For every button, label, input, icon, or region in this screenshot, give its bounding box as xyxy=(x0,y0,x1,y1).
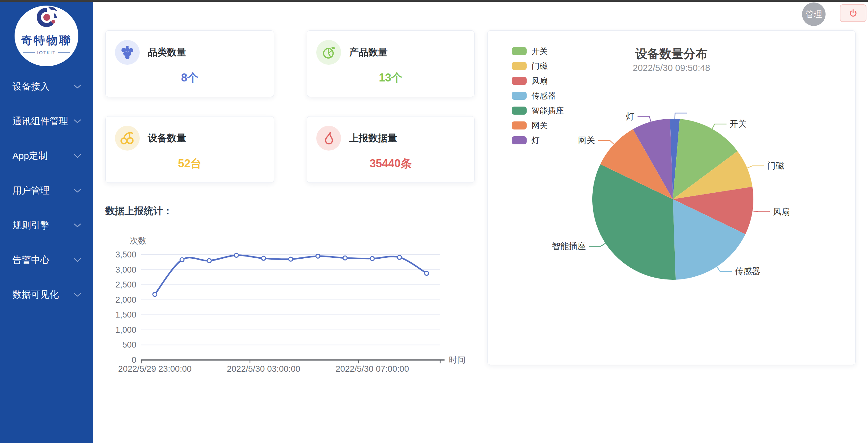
window-top-strip xyxy=(0,0,868,2)
sidebar-item-label: 用户管理 xyxy=(12,184,50,197)
logo-subtitle-row: IOTKIT xyxy=(23,50,70,55)
pie-slice-label: 智能插座 xyxy=(552,241,586,251)
sidebar-item-label: 告警中心 xyxy=(12,254,50,266)
sidebar-item-label: 数据可见化 xyxy=(12,288,59,301)
svg-text:2022/5/30 07:00:00: 2022/5/30 07:00:00 xyxy=(336,364,409,374)
svg-text:3,500: 3,500 xyxy=(115,250,136,259)
sidebar-item-label: 设备接入 xyxy=(12,80,50,93)
line-data-point xyxy=(207,259,211,263)
pie-slice-label: 门磁 xyxy=(767,161,784,170)
line-data-point xyxy=(398,255,401,259)
lemon-icon xyxy=(316,40,341,65)
pie-slice-label: 网关 xyxy=(578,135,595,145)
line-data-point xyxy=(261,256,266,260)
line-data-point xyxy=(370,256,374,260)
device-pie-chart: 开关门磁风扇传感器智能插座网关灯 xyxy=(488,31,856,365)
sidebar-item-4[interactable]: 规则引擎 xyxy=(0,208,93,243)
pear-icon xyxy=(316,126,341,151)
report-section-title: 数据上报统计： xyxy=(105,204,173,218)
stat-card-report-volume: 上报数据量 35440条 xyxy=(307,116,474,183)
line-data-point xyxy=(289,257,293,261)
chevron-down-icon xyxy=(73,153,82,159)
line-data-point xyxy=(425,272,429,276)
cherry-icon xyxy=(115,126,140,151)
power-icon xyxy=(848,9,858,18)
sidebar-item-3[interactable]: 用户管理 xyxy=(0,173,93,208)
logo-subtitle: IOTKIT xyxy=(37,50,56,55)
sidebar: 奇特物聯 IOTKIT 设备接入通讯组件管理App定制用户管理规则引擎告警中心数… xyxy=(0,0,93,443)
pie-slice-label: 开关 xyxy=(730,119,747,129)
stat-card-categories: 品类数量 8个 xyxy=(105,30,274,97)
svg-text:2,500: 2,500 xyxy=(115,280,136,289)
sidebar-item-label: 规则引擎 xyxy=(12,219,50,232)
svg-text:0: 0 xyxy=(132,355,136,365)
sidebar-item-label: 通讯组件管理 xyxy=(12,115,68,128)
line-data-point xyxy=(153,292,157,296)
chevron-down-icon xyxy=(73,223,82,228)
sidebar-item-2[interactable]: App定制 xyxy=(0,138,93,173)
pie-label-line xyxy=(747,166,764,168)
sidebar-item-label: App定制 xyxy=(12,150,48,162)
avatar-label: 管理 xyxy=(805,9,822,20)
logout-button[interactable] xyxy=(840,4,866,22)
line-data-point xyxy=(235,253,239,257)
svg-text:次数: 次数 xyxy=(130,236,147,245)
sidebar-item-1[interactable]: 通讯组件管理 xyxy=(0,104,93,138)
line-data-point xyxy=(343,256,347,260)
chevron-down-icon xyxy=(73,257,82,263)
pie-label-line xyxy=(712,124,726,129)
pie-label-line xyxy=(638,117,651,122)
stat-value: 8个 xyxy=(105,70,274,86)
svg-text:2022/5/29 23:00:00: 2022/5/29 23:00:00 xyxy=(118,364,191,374)
sidebar-item-0[interactable]: 设备接入 xyxy=(0,69,93,104)
stat-card-devices: 设备数量 52台 xyxy=(105,116,274,183)
svg-text:1,500: 1,500 xyxy=(115,310,136,319)
stat-label: 产品数量 xyxy=(349,46,388,59)
logo-mark-icon xyxy=(29,6,63,32)
svg-text:时间: 时间 xyxy=(449,355,466,365)
sidebar-item-6[interactable]: 数据可见化 xyxy=(0,277,93,312)
line-data-point xyxy=(316,254,320,258)
pie-label-line xyxy=(752,211,770,212)
stat-label: 上报数据量 xyxy=(349,132,397,145)
app-logo: 奇特物聯 IOTKIT xyxy=(14,6,79,66)
line-data-point xyxy=(180,258,184,262)
pie-label-line xyxy=(717,266,732,272)
sidebar-item-5[interactable]: 告警中心 xyxy=(0,243,93,277)
svg-text:500: 500 xyxy=(122,340,136,349)
stat-card-products: 产品数量 13个 xyxy=(307,30,474,97)
pie-label-line xyxy=(675,113,687,119)
user-avatar[interactable]: 管理 xyxy=(802,2,826,26)
chevron-down-icon xyxy=(73,84,82,89)
stat-label: 品类数量 xyxy=(148,46,186,59)
pie-label-line xyxy=(598,140,614,145)
sidebar-nav: 设备接入通讯组件管理App定制用户管理规则引擎告警中心数据可见化 xyxy=(0,69,93,312)
stat-value: 13个 xyxy=(307,70,474,86)
svg-text:2,000: 2,000 xyxy=(115,295,136,305)
grapes-icon xyxy=(115,40,140,65)
stat-label: 设备数量 xyxy=(148,132,186,145)
pie-slice-label: 灯 xyxy=(626,112,635,121)
chevron-down-icon xyxy=(73,119,82,124)
chevron-down-icon xyxy=(73,188,82,193)
svg-text:3,000: 3,000 xyxy=(115,265,136,275)
stat-value: 52台 xyxy=(105,156,274,171)
device-distribution-card: 设备数量分布 2022/5/30 09:50:48 开关门磁风扇传感器智能插座网… xyxy=(487,30,856,365)
svg-text:1,000: 1,000 xyxy=(115,325,136,335)
report-line-chart: 05001,0001,5002,0002,5003,0003,500次数时间20… xyxy=(105,235,471,381)
pie-slice-label: 传感器 xyxy=(735,266,761,276)
stat-value: 35440条 xyxy=(307,156,474,171)
chevron-down-icon xyxy=(73,292,82,297)
pie-slice-label: 风扇 xyxy=(773,207,790,217)
svg-text:2022/5/30 03:00:00: 2022/5/30 03:00:00 xyxy=(227,364,300,374)
logo-title: 奇特物聯 xyxy=(21,33,72,48)
pie-label-line xyxy=(589,243,606,246)
